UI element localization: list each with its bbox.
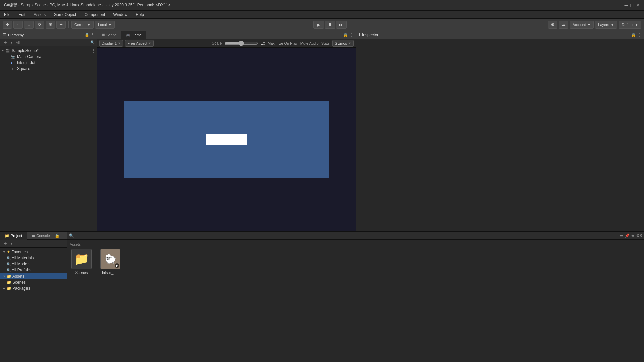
assets-list-icon[interactable]: ☰ [620, 233, 623, 238]
assets-toolbar-icons: ☰ 📌 ★ ⚙8 [620, 233, 642, 238]
sep-1 [68, 21, 69, 28]
gizmos-button[interactable]: Gizmos ▼ [332, 40, 354, 47]
account-arrow: ▼ [587, 23, 591, 27]
maximize-button[interactable]: □ [631, 3, 633, 8]
assets-filter-icon[interactable]: ⚙8 [636, 233, 642, 238]
close-button[interactable]: ✕ [636, 3, 640, 8]
assets-star-icon[interactable]: ★ [631, 233, 635, 238]
tree-favorites[interactable]: ▼ ★ Favorites [0, 249, 67, 255]
project-add-arrow[interactable]: ▼ [10, 242, 13, 245]
toolbar-right: ⚙ ☁ Account ▼ Layers ▼ Default ▼ [548, 21, 641, 29]
tab-game[interactable]: 🎮 Game [121, 31, 146, 39]
hierarchy-add-arrow[interactable]: ▼ [10, 41, 13, 44]
menu-edit[interactable]: Edit [17, 12, 27, 17]
assets-pin-icon[interactable]: 📌 [625, 233, 630, 238]
play-button[interactable]: ▶ [313, 21, 324, 29]
asset-scenes[interactable]: 📁 Scenes [70, 249, 93, 275]
tool-scale[interactable]: ⟳ [35, 21, 44, 29]
bottom-more-icon[interactable]: ⋮ [61, 233, 65, 238]
hierarchy-item-hitsuji[interactable]: ● hitsuji_dot [0, 60, 97, 66]
panel-more-icon[interactable]: ⋮ [350, 33, 354, 37]
tab-console[interactable]: ☰ Console [27, 232, 54, 240]
tree-packages[interactable]: ▶ 📁 Packages [0, 285, 67, 291]
layers-label: Layers [598, 23, 609, 27]
aspect-selector[interactable]: Free Aspect ▼ [125, 40, 154, 47]
assets-label: Assets [12, 274, 24, 279]
step-button[interactable]: ⏭ [336, 21, 347, 29]
tool-rect[interactable]: ⊞ [46, 21, 55, 29]
hierarchy-lock-icon[interactable]: 🔒 [85, 33, 89, 37]
menu-component[interactable]: Component [83, 12, 106, 17]
local-label: Local [98, 23, 107, 27]
minimize-button[interactable]: ─ [625, 3, 628, 8]
project-add-button[interactable]: + [2, 240, 9, 247]
scene-more-icon[interactable]: ⋮ [91, 48, 96, 53]
asset-hitsuji[interactable]: 🐑 ▶ hitsuji_dot [99, 249, 122, 275]
maximize-on-play-btn[interactable]: Maximize On Play [268, 41, 298, 45]
search-icon: 🔍 [69, 233, 74, 238]
tool-custom[interactable]: ✦ [56, 21, 66, 29]
scene-tab-label: Scene [106, 33, 117, 37]
hierarchy-item-maincamera[interactable]: 📷 Main Camera [0, 54, 97, 60]
inspector-lock-icon[interactable]: 🔒 [631, 33, 636, 37]
scene-game-tabs: ⊞ Scene 🎮 Game 🔒 ⋮ [97, 31, 356, 39]
hierarchy-item-square[interactable]: □ Square [0, 66, 97, 72]
bottom-left-panel: 📁 Project ☰ Console 🔒 ⋮ + ▼ ▼ [0, 232, 67, 362]
tab-scene[interactable]: ⊞ Scene [97, 31, 121, 39]
tool-transform[interactable]: ✥ [3, 21, 12, 29]
game-toolbar: Display 1 ▼ Free Aspect ▼ Scale 1x Maxim… [97, 39, 356, 48]
tab-project[interactable]: 📁 Project [0, 232, 27, 240]
pause-button[interactable]: ⏸ [325, 21, 335, 29]
menu-file[interactable]: File [3, 12, 12, 17]
scenes-label: Scenes [12, 280, 26, 285]
center-toggle[interactable]: Center ▼ [71, 21, 94, 29]
settings-icon[interactable]: ⚙ [548, 21, 557, 29]
gizmos-arrow: ▼ [348, 42, 351, 45]
layers-button[interactable]: Layers ▼ [595, 21, 617, 29]
panel-lock-icon[interactable]: 🔒 [343, 33, 348, 37]
tree-assets[interactable]: ▼ 📁 Assets [0, 273, 67, 279]
local-toggle[interactable]: Local ▼ [95, 21, 115, 29]
tree-all-models[interactable]: 🔍 All Models [0, 261, 67, 267]
stats-btn[interactable]: Stats [321, 41, 330, 45]
display-selector[interactable]: Display 1 ▼ [99, 40, 123, 47]
tree-all-prefabs[interactable]: 🔍 All Prefabs [0, 267, 67, 273]
scene-label: SampleScene* [12, 48, 38, 53]
default-button[interactable]: Default ▼ [619, 21, 641, 29]
bottom-right-panel: 🔍 ☰ 📌 ★ ⚙8 Assets 📁 Scene [67, 232, 644, 362]
center-arrow: ▼ [87, 23, 91, 27]
bottom-panel-icon[interactable]: 🔒 [55, 233, 60, 238]
mute-audio-btn[interactable]: Mute Audio [300, 41, 319, 45]
tree-scenes[interactable]: 📁 Scenes [0, 279, 67, 285]
inspector-more-icon[interactable]: ⋮ [637, 33, 641, 37]
scene-tab-icon: ⊞ [102, 33, 105, 37]
menu-gameobject[interactable]: GameObject [52, 12, 77, 17]
assets-search-input[interactable] [75, 233, 618, 238]
hierarchy-add-button[interactable]: + [2, 39, 9, 46]
object-icon: ● [11, 61, 16, 65]
assets-toolbar: 🔍 ☰ 📌 ★ ⚙8 [67, 232, 644, 240]
hierarchy-more-icon[interactable]: ⋮ [91, 33, 94, 37]
tool-move[interactable]: ↔ [13, 21, 23, 29]
bottom-tabs: 📁 Project ☰ Console 🔒 ⋮ [0, 232, 67, 240]
cloud-icon[interactable]: ☁ [559, 21, 568, 29]
tab-panel-icons: 🔒 ⋮ [343, 33, 356, 37]
scale-slider[interactable] [224, 41, 258, 46]
tree-all-materials[interactable]: 🔍 All Materials [0, 255, 67, 261]
menu-window[interactable]: Window [112, 12, 129, 17]
scenes-folder-icon: 📁 [7, 280, 11, 285]
scene-icon: 🎬 [5, 49, 11, 53]
account-button[interactable]: Account ▼ [570, 21, 594, 29]
game-canvas [124, 101, 329, 178]
bottom-tab-icons: 🔒 ⋮ [55, 233, 67, 238]
menu-help[interactable]: Help [134, 12, 145, 17]
aspect-arrow: ▼ [148, 42, 151, 45]
packages-label: Packages [12, 286, 30, 291]
search-icon: 🔍 [7, 268, 11, 272]
tool-rotate[interactable]: ↕ [24, 21, 34, 29]
hierarchy-item-samplescene[interactable]: ▼ 🎬 SampleScene* ⋮ [0, 48, 97, 54]
hierarchy-search-input[interactable] [14, 40, 89, 45]
menu-assets[interactable]: Assets [32, 12, 47, 17]
game-tab-icon: 🎮 [126, 33, 130, 37]
bottom-layout: 📁 Project ☰ Console 🔒 ⋮ + ▼ ▼ [0, 231, 644, 362]
